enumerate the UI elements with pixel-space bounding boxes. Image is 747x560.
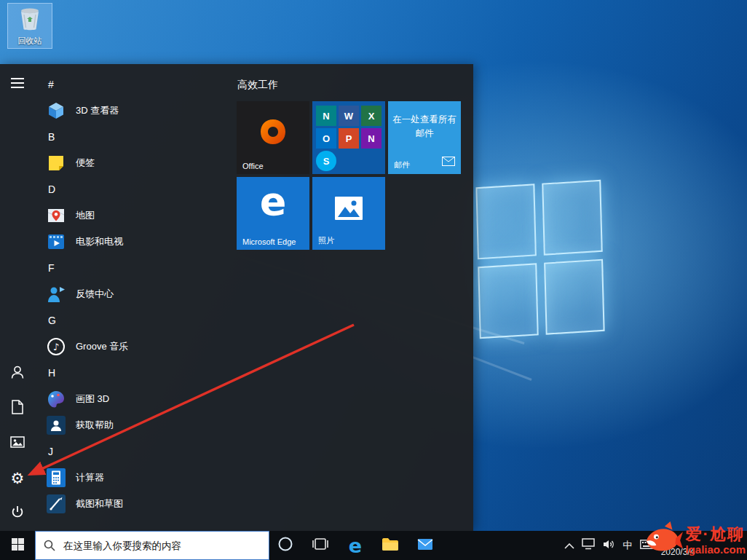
start-menu: ⚙ # 3D 查看器 B 便签 D 地图 — [0, 64, 473, 531]
cortana-icon — [277, 536, 293, 555]
windows-logo-pane — [478, 263, 538, 339]
start-button[interactable] — [0, 531, 35, 560]
tile-office-apps-folder[interactable]: N W X O P N S — [312, 101, 385, 174]
edge-icon: e — [349, 535, 362, 557]
app-section-header-d[interactable]: D — [42, 176, 232, 202]
app-list-item-snip-sketch[interactable]: 截图和草图 — [42, 491, 232, 517]
pictures-button[interactable] — [0, 426, 35, 461]
sticky-notes-icon — [45, 152, 67, 174]
mini-tile-word: W — [339, 106, 359, 126]
network-tray-button[interactable] — [578, 531, 598, 560]
svg-text:♪: ♪ — [53, 342, 59, 352]
tile-group-title[interactable]: 高效工作 — [237, 79, 278, 92]
network-icon — [582, 538, 595, 553]
maps-icon — [45, 205, 67, 226]
recycle-bin-icon — [17, 22, 43, 34]
start-menu-rail: ⚙ — [0, 64, 35, 531]
paint-3d-icon — [45, 388, 67, 410]
windows-logo-pane — [544, 259, 604, 335]
taskbar-search — [35, 531, 269, 560]
app-section-header-b[interactable]: B — [42, 124, 232, 150]
recycle-bin-label: 回收站 — [8, 36, 52, 47]
app-list-item-groove-music[interactable]: ♪ Groove 音乐 — [42, 334, 232, 360]
folder-icon — [382, 537, 399, 554]
app-section-header-g[interactable]: G — [42, 307, 232, 334]
mini-tile-skype: S — [316, 151, 336, 171]
app-list-item-paint-3d[interactable]: 画图 3D — [42, 386, 232, 412]
tile-label: 照片 — [318, 235, 334, 246]
calculator-icon — [45, 467, 67, 489]
user-account-button[interactable] — [0, 356, 35, 391]
app-section-header-f[interactable]: F — [42, 255, 232, 281]
windows-logo-icon — [12, 538, 24, 553]
settings-rail-button[interactable]: ⚙ — [0, 461, 35, 496]
tile-label: Office — [242, 162, 264, 170]
volume-tray-button[interactable] — [598, 531, 619, 560]
shark-mascot-icon — [644, 521, 683, 560]
tile-microsoft-edge[interactable]: e Microsoft Edge — [237, 177, 309, 250]
mail-envelope-icon — [442, 156, 455, 169]
tile-mail[interactable]: 在一处查看所有邮件 邮件 — [388, 101, 461, 174]
mail-icon — [417, 538, 433, 553]
taskbar-mail-button[interactable] — [408, 531, 443, 560]
mini-tile: N — [316, 106, 336, 126]
hamburger-icon — [11, 78, 24, 91]
windows-logo-pane — [542, 180, 602, 256]
volume-icon — [602, 539, 615, 553]
task-view-button[interactable] — [303, 531, 338, 560]
power-icon — [10, 505, 25, 522]
mini-tile-excel: X — [361, 106, 382, 126]
mini-tile-powerpoint: P — [339, 128, 359, 149]
site-watermark: 爱·尬聊 lgaliao.com — [644, 521, 746, 560]
mini-tile-outlook: O — [316, 128, 336, 149]
app-list-item-feedback-hub[interactable]: 反馈中心 — [42, 281, 232, 307]
app-section-header-hash[interactable]: # — [42, 71, 232, 98]
app-list-item-calculator[interactable]: 计算器 — [42, 465, 232, 491]
taskbar-edge-button[interactable]: e — [338, 531, 373, 560]
windows-hero-logo — [475, 180, 604, 339]
file-explorer-button[interactable] — [373, 531, 408, 560]
taskbar: e 中 2020/3/4 — [0, 531, 747, 560]
tile-label: 邮件 — [394, 159, 410, 170]
start-app-list: # 3D 查看器 B 便签 D 地图 电影和电视 — [42, 71, 232, 517]
viewer-3d-icon — [45, 100, 67, 122]
watermark-title: 爱·尬聊 — [685, 525, 746, 543]
document-icon — [12, 400, 23, 417]
start-tiles-area: 高效工作 Office N W X O P N S 在一处查看所有邮件 邮件 — [237, 64, 471, 531]
power-button[interactable] — [0, 496, 35, 531]
tile-label: Microsoft Edge — [242, 237, 296, 246]
hamburger-menu-button[interactable] — [0, 67, 35, 102]
task-view-icon — [312, 537, 328, 553]
tile-office[interactable]: Office — [237, 101, 309, 174]
documents-button[interactable] — [0, 391, 35, 426]
movies-tv-icon — [45, 231, 67, 253]
app-list-item-movies-tv[interactable]: 电影和电视 — [42, 229, 232, 255]
ime-indicator[interactable]: 中 — [619, 531, 636, 560]
feedback-hub-icon — [45, 283, 67, 305]
mail-tile-message: 在一处查看所有邮件 — [391, 113, 458, 141]
app-list-item-get-help[interactable]: 获取帮助 — [42, 412, 232, 438]
pictures-icon — [10, 436, 25, 451]
tile-photos[interactable]: 照片 — [312, 177, 385, 250]
photos-icon — [334, 196, 363, 224]
office-logo-icon — [258, 117, 288, 149]
cortana-button[interactable] — [268, 531, 303, 560]
groove-music-icon: ♪ — [45, 336, 67, 358]
app-section-header-j[interactable]: J — [42, 438, 232, 465]
show-hidden-icons-button[interactable] — [561, 531, 578, 560]
recycle-bin-shortcut[interactable]: 回收站 — [7, 3, 52, 49]
get-help-icon — [45, 414, 67, 436]
edge-e-icon: e — [237, 178, 309, 224]
windows-logo-pane — [475, 184, 536, 259]
search-input[interactable] — [35, 531, 269, 560]
chevron-up-icon — [564, 539, 574, 552]
app-list-item-3d-viewer[interactable]: 3D 查看器 — [42, 98, 232, 124]
app-list-item-sticky-notes[interactable]: 便签 — [42, 150, 232, 176]
mini-tile-onenote: N — [361, 128, 382, 149]
watermark-site: lgaliao.com — [685, 543, 746, 556]
snip-sketch-icon — [45, 493, 67, 515]
app-list-item-maps[interactable]: 地图 — [42, 202, 232, 229]
app-section-header-h[interactable]: H — [42, 360, 232, 386]
gear-icon: ⚙ — [11, 471, 25, 486]
office-apps-mini-grid: N W X O P N S — [316, 106, 382, 171]
